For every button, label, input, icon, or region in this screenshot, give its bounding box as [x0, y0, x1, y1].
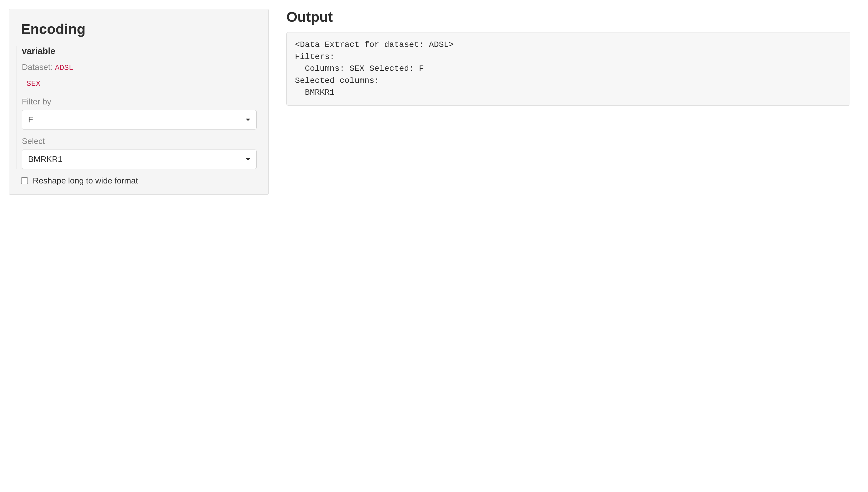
main-panel: Output <Data Extract for dataset: ADSL> … — [278, 0, 868, 492]
dataset-label: Dataset: — [22, 63, 52, 72]
column-badge: SEX — [24, 78, 43, 89]
variable-section: variable Dataset: ADSL SEX Filter by F S… — [16, 46, 257, 169]
output-box: <Data Extract for dataset: ADSL> Filters… — [286, 32, 850, 105]
output-title: Output — [286, 9, 850, 25]
select-column-select[interactable]: BMRKR1 — [22, 150, 257, 169]
filter-by-select[interactable]: F — [22, 110, 257, 129]
encoding-title: Encoding — [21, 21, 257, 37]
filter-by-value: F — [28, 115, 33, 124]
dataset-row: Dataset: ADSL — [22, 63, 257, 72]
reshape-label: Reshape long to wide format — [33, 176, 138, 186]
sidebar-panel: Encoding variable Dataset: ADSL SEX Filt… — [0, 0, 278, 492]
reshape-checkbox-row[interactable]: Reshape long to wide format — [21, 176, 257, 186]
dataset-value: ADSL — [55, 64, 73, 72]
caret-down-icon — [245, 119, 250, 121]
caret-down-icon — [245, 158, 250, 161]
variable-label: variable — [22, 46, 257, 56]
encoding-panel: Encoding variable Dataset: ADSL SEX Filt… — [9, 9, 269, 195]
select-label: Select — [22, 137, 257, 146]
select-column-value: BMRKR1 — [28, 154, 63, 164]
reshape-checkbox[interactable] — [21, 177, 28, 184]
filter-by-label: Filter by — [22, 97, 257, 106]
